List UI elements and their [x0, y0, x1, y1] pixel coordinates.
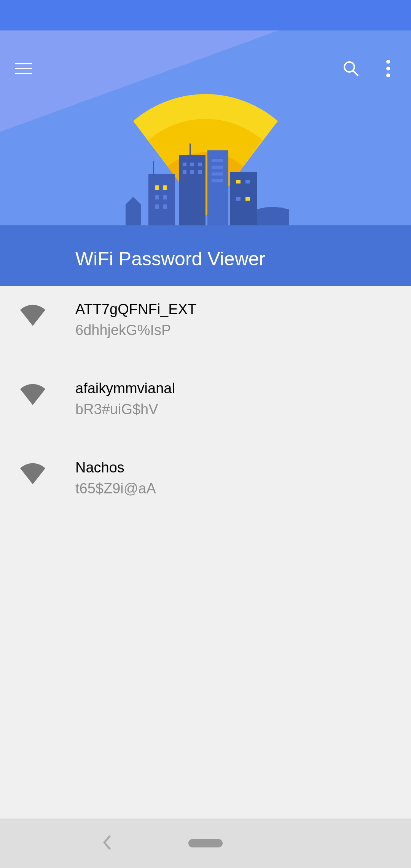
svg-rect-20: [212, 166, 223, 169]
network-ssid: afaikymmvianal: [75, 379, 175, 398]
network-ssid: ATT7gQFNFi_EXT: [75, 300, 196, 319]
network-list: ATT7gQFNFi_EXT 6dhhjekG%IsP afaikymmvian…: [0, 286, 411, 524]
svg-rect-1: [153, 161, 154, 176]
network-item[interactable]: Nachos t65$Z9i@aA: [0, 445, 411, 524]
menu-icon[interactable]: [15, 59, 33, 78]
svg-rect-0: [148, 174, 175, 227]
navigation-bar: [0, 819, 411, 868]
hero-banner: WiFi Password Viewer: [0, 30, 411, 286]
svg-rect-12: [163, 204, 167, 209]
wifi-icon: [19, 463, 46, 490]
svg-rect-13: [183, 163, 186, 166]
search-icon[interactable]: [340, 58, 362, 79]
svg-rect-4: [207, 150, 228, 227]
svg-rect-7: [155, 185, 159, 190]
home-pill[interactable]: [188, 839, 223, 847]
svg-rect-16: [183, 170, 186, 174]
back-icon[interactable]: [102, 835, 112, 852]
network-password: bR3#uiG$hV: [75, 400, 175, 419]
svg-rect-8: [163, 185, 167, 190]
svg-rect-9: [155, 195, 159, 199]
svg-rect-22: [212, 179, 223, 182]
wifi-icon: [19, 384, 46, 411]
svg-line-28: [353, 71, 358, 75]
svg-rect-10: [163, 195, 167, 199]
svg-rect-25: [236, 197, 241, 201]
status-bar: [0, 0, 411, 30]
svg-rect-18: [198, 170, 202, 174]
city-illustration: [122, 144, 289, 227]
svg-rect-3: [190, 144, 191, 157]
svg-rect-26: [245, 197, 250, 201]
svg-rect-14: [190, 163, 194, 166]
svg-rect-17: [190, 170, 194, 174]
more-options-icon[interactable]: [381, 58, 396, 79]
svg-marker-6: [126, 197, 141, 227]
app-title-text: WiFi Password Viewer: [75, 248, 265, 270]
toolbar: [0, 46, 411, 91]
svg-rect-5: [230, 172, 257, 227]
network-password: t65$Z9i@aA: [75, 479, 156, 498]
network-item[interactable]: afaikymmvianal bR3#uiG$hV: [0, 365, 411, 445]
network-item[interactable]: ATT7gQFNFi_EXT 6dhhjekG%IsP: [0, 286, 411, 365]
svg-rect-24: [245, 180, 250, 183]
network-password: 6dhhjekG%IsP: [75, 321, 196, 340]
svg-rect-23: [236, 180, 241, 183]
svg-rect-19: [212, 159, 223, 162]
svg-rect-11: [155, 204, 159, 209]
network-ssid: Nachos: [75, 458, 156, 477]
svg-rect-21: [212, 172, 223, 176]
wifi-icon: [19, 305, 46, 332]
svg-rect-15: [198, 163, 202, 166]
app-title: WiFi Password Viewer: [0, 231, 411, 286]
